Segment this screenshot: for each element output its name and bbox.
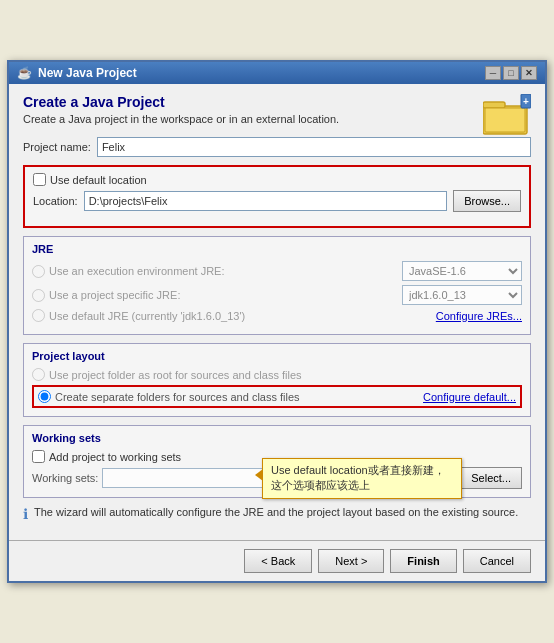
page-title: Create a Java Project [23,94,471,110]
svg-text:+: + [523,96,529,107]
svg-rect-1 [483,102,505,108]
back-button[interactable]: < Back [244,549,312,573]
configure-default-link[interactable]: Configure default... [423,391,516,403]
window-controls: ─ □ ✕ [485,66,537,80]
close-button[interactable]: ✕ [521,66,537,80]
working-sets-title: Working sets [32,432,522,444]
configure-jres-link[interactable]: Configure JREs... [436,310,522,322]
layout-separate-folders-radio[interactable] [38,390,51,403]
working-sets-label: Working sets: [32,472,98,484]
tooltip-arrow [255,469,263,481]
jre-option-3: Use default JRE (currently 'jdk1.6.0_13'… [32,309,522,322]
maximize-button[interactable]: □ [503,66,519,80]
use-default-location-label[interactable]: Use default location [50,174,147,186]
jre-specific-dropdown[interactable]: jdk1.6.0_13 [402,285,522,305]
project-name-label: Project name: [23,141,91,153]
window-title: New Java Project [38,66,137,80]
cancel-button[interactable]: Cancel [463,549,531,573]
jre-specific-label: Use a project specific JRE: [49,289,398,301]
location-section: Use default location Location: Browse... [23,165,531,228]
project-name-row: Project name: [23,137,531,157]
layout-separate-folders-label: Create separate folders for sources and … [55,391,419,403]
jre-option-1: Use an execution environment JRE: JavaSE… [32,261,522,281]
use-default-location-checkbox[interactable] [33,173,46,186]
jre-section: JRE Use an execution environment JRE: Ja… [23,236,531,335]
layout-single-folder-label: Use project folder as root for sources a… [49,369,522,381]
location-input[interactable] [84,191,447,211]
add-to-working-sets-row: Add project to working sets Use default … [32,450,522,463]
minimize-button[interactable]: ─ [485,66,501,80]
project-layout-section: Project layout Use project folder as roo… [23,343,531,417]
add-working-sets-checkbox[interactable] [32,450,45,463]
next-button[interactable]: Next > [318,549,384,573]
svg-rect-2 [485,108,525,132]
title-bar: ☕ New Java Project ─ □ ✕ [9,62,545,84]
header-area: Create a Java Project Create a Java proj… [23,94,531,125]
jre-execution-env-radio[interactable] [32,265,45,278]
page-subtitle: Create a Java project in the workspace o… [23,113,471,125]
info-text: The wizard will automatically configure … [34,506,518,518]
main-window: ☕ New Java Project ─ □ ✕ Create a Java P… [7,60,547,583]
working-sets-section: Working sets Add project to working sets… [23,425,531,498]
footer: < Back Next > Finish Cancel [9,540,545,581]
layout-option-1: Use project folder as root for sources a… [32,368,522,381]
select-working-sets-button[interactable]: Select... [460,467,522,489]
jre-specific-radio[interactable] [32,289,45,302]
window-icon: ☕ [17,66,32,80]
location-label: Location: [33,195,78,207]
folder-icon: + [483,94,531,141]
jre-default-label: Use default JRE (currently 'jdk1.6.0_13'… [49,310,432,322]
project-layout-title: Project layout [32,350,522,362]
layout-option-2-highlighted: Create separate folders for sources and … [32,385,522,408]
browse-button[interactable]: Browse... [453,190,521,212]
location-row: Location: Browse... [33,190,521,212]
add-working-sets-label[interactable]: Add project to working sets [49,451,181,463]
info-icon: ℹ [23,506,28,522]
finish-button[interactable]: Finish [390,549,456,573]
jre-default-radio[interactable] [32,309,45,322]
tooltip-text: Use default location或者直接新建，这个选项都应该选上 [271,464,445,491]
tooltip-box: Use default location或者直接新建，这个选项都应该选上 [262,458,462,499]
info-row: ℹ The wizard will automatically configur… [23,506,531,522]
default-location-row: Use default location [33,173,521,186]
layout-single-folder-radio[interactable] [32,368,45,381]
project-name-input[interactable] [97,137,531,157]
jre-execution-env-label: Use an execution environment JRE: [49,265,398,277]
content-area: Create a Java Project Create a Java proj… [9,84,545,540]
jre-title: JRE [32,243,522,255]
jre-option-2: Use a project specific JRE: jdk1.6.0_13 [32,285,522,305]
jre-execution-env-dropdown[interactable]: JavaSE-1.6 [402,261,522,281]
